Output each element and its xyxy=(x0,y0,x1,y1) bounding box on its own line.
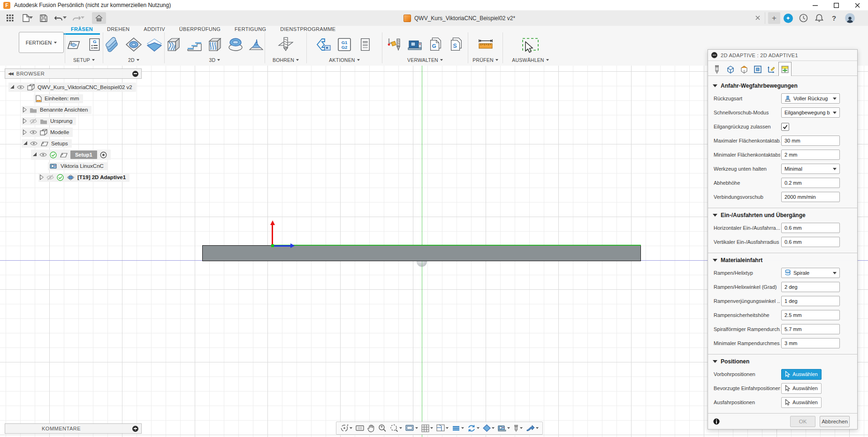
collapsed-icon[interactable] xyxy=(23,130,27,135)
eye-icon[interactable] xyxy=(39,152,47,158)
schnellvorschub-modus-select[interactable]: Eilgangbewegung b... xyxy=(781,107,840,118)
orbit-button[interactable] xyxy=(339,423,353,433)
eye-icon[interactable] xyxy=(30,129,37,135)
fertigen-menu-button[interactable]: FERTIGEN xyxy=(19,32,64,53)
save-button[interactable] xyxy=(38,12,50,24)
account-button[interactable] xyxy=(845,13,855,23)
machine-display-button[interactable] xyxy=(497,424,511,433)
tab-passes[interactable] xyxy=(751,62,764,75)
eye-icon[interactable] xyxy=(17,84,24,90)
section-positionen[interactable]: Positionen xyxy=(708,355,857,367)
ausfahrpositionen-select-button[interactable]: Auswählen xyxy=(781,397,822,408)
2d-pocket-button[interactable] xyxy=(124,35,143,54)
tree-row-root[interactable]: QWV_Kurs_ViktoriaCNC_Beispiel02 v2 xyxy=(5,82,142,93)
help-button[interactable]: ? xyxy=(829,13,839,23)
tree-row-models[interactable]: Modelle xyxy=(5,127,142,138)
setup-sheet-button[interactable] xyxy=(356,35,374,54)
tab-heights[interactable] xyxy=(738,62,751,75)
rampenverjuengungswinkel-input[interactable] xyxy=(781,296,840,306)
display-settings-button[interactable] xyxy=(404,423,419,433)
new-tab-button[interactable]: + xyxy=(768,12,780,24)
tool-display-button[interactable] xyxy=(512,423,524,433)
vertikaler-einausfahrradius-input[interactable] xyxy=(781,237,840,247)
info-icon[interactable] xyxy=(713,418,720,425)
3d-adaptive-button[interactable] xyxy=(164,35,183,54)
tree-row-setup1[interactable]: Setup1 xyxy=(5,149,142,160)
minimaler-rampendurchmesser-input[interactable] xyxy=(781,338,840,348)
horizontaler-einausfahrradius-input[interactable] xyxy=(781,223,840,233)
minimize-panel-icon[interactable] xyxy=(132,71,138,77)
stock-display-button[interactable] xyxy=(482,423,495,433)
dialog-header[interactable]: 2D ADAPTIVE : 2D ADAPTIVE1 xyxy=(708,50,857,61)
tab-geometry[interactable] xyxy=(724,62,737,75)
go-to-operation-button[interactable] xyxy=(525,424,540,433)
close-tab-button[interactable] xyxy=(754,14,762,22)
expanded-icon[interactable] xyxy=(10,85,14,89)
zoom-window-button[interactable] xyxy=(389,423,403,433)
app-grid-button[interactable] xyxy=(4,12,16,24)
eye-icon[interactable] xyxy=(30,141,38,146)
tree-row-machine[interactable]: Viktoria LinuxCnC xyxy=(5,160,142,172)
rampen-helixtyp-select[interactable]: Spirale xyxy=(781,268,840,278)
machine-library-button[interactable] xyxy=(405,35,424,54)
post-process-button[interactable]: G1 G2 xyxy=(335,35,354,54)
collapsed-icon[interactable] xyxy=(23,119,27,123)
section-ein-ausfahrten[interactable]: Ein-/Ausfahrten und Übergänge xyxy=(708,209,857,221)
scallop-button[interactable] xyxy=(226,35,245,54)
min-flaechenkontaktabstand-input[interactable] xyxy=(781,150,840,160)
spiral-button[interactable] xyxy=(247,35,266,54)
collapse-panel-icon[interactable]: ◀◀ xyxy=(8,71,13,76)
extensions-button[interactable]: ✦ xyxy=(783,13,793,23)
werkzeug-unten-halten-select[interactable]: Minimal xyxy=(781,164,840,174)
verbindungsvorschub-input[interactable] xyxy=(781,192,840,202)
group-label-verwalten[interactable]: VERWALTEN xyxy=(407,57,443,63)
3d-pocket-button[interactable] xyxy=(185,35,204,54)
tab-tool[interactable] xyxy=(710,62,723,75)
file-menu-caret-icon[interactable] xyxy=(29,16,33,19)
drill-button[interactable] xyxy=(276,35,295,54)
group-label-2d[interactable]: 2D xyxy=(128,57,139,63)
notifications-button[interactable] xyxy=(814,13,824,23)
tree-row-units[interactable]: Einheiten: mm xyxy=(5,93,142,104)
stock-body[interactable] xyxy=(202,245,641,261)
parallel-button[interactable] xyxy=(206,35,224,54)
measure-button[interactable] xyxy=(476,35,495,54)
max-flaechenkontaktabstand-input[interactable] xyxy=(781,136,840,146)
group-label-aktionen[interactable]: AKTIONEN xyxy=(329,57,359,63)
minimize-button[interactable] xyxy=(805,0,826,10)
redo-caret-icon[interactable] xyxy=(81,16,84,19)
tree-row-origin[interactable]: Ursprung xyxy=(5,115,142,127)
ok-button[interactable]: OK xyxy=(790,416,815,427)
group-label-setup[interactable]: SETUP xyxy=(73,57,95,63)
pan-button[interactable] xyxy=(366,423,376,433)
tab-positions[interactable] xyxy=(778,62,792,76)
group-label-bohren[interactable]: BOHREN xyxy=(273,57,299,63)
group-label-pruefen[interactable]: PRÜFEN xyxy=(472,57,498,63)
eilgangrueckzug-checkbox[interactable] xyxy=(781,123,789,131)
home-button[interactable] xyxy=(92,12,106,24)
tree-row-named-views[interactable]: Benannte Ansichten xyxy=(5,104,142,115)
eye-hidden-icon[interactable] xyxy=(46,174,54,181)
regenerate-button[interactable] xyxy=(466,423,480,433)
nc-program-button[interactable]: G xyxy=(85,35,104,54)
active-setup-radio-icon[interactable] xyxy=(100,151,107,158)
maximize-button[interactable] xyxy=(826,0,847,10)
undo-caret-icon[interactable] xyxy=(63,16,67,19)
eye-hidden-icon[interactable] xyxy=(30,118,37,124)
spiralfoermiger-rampendurchmesser-input[interactable] xyxy=(781,324,840,334)
abhebhoehe-input[interactable] xyxy=(781,178,840,188)
section-anfahr-wegfahrbewegungen[interactable]: Anfahr-Wegfahrbewegungen xyxy=(708,80,857,91)
tree-row-2d-adaptive[interactable]: [T19] 2D Adaptive1 xyxy=(5,172,142,183)
comments-header[interactable]: KOMMENTARE xyxy=(5,423,142,434)
rueckzugsart-select[interactable]: Voller Rückzug xyxy=(781,93,840,104)
expanded-icon[interactable] xyxy=(33,152,37,156)
zoom-button[interactable] xyxy=(377,423,388,433)
grid-button[interactable] xyxy=(420,423,434,433)
face-button[interactable] xyxy=(145,35,164,54)
script-library-button[interactable]: S xyxy=(447,35,465,54)
vorbohrpositionen-select-button[interactable]: Auswählen xyxy=(781,369,822,380)
tool-library-button[interactable] xyxy=(385,35,404,54)
document-tab[interactable]: QWV_Kurs_ViktoriaCNC_Beispiel02 v2* xyxy=(404,10,515,26)
job-status-button[interactable] xyxy=(798,13,809,23)
tab-linking[interactable] xyxy=(765,62,778,75)
